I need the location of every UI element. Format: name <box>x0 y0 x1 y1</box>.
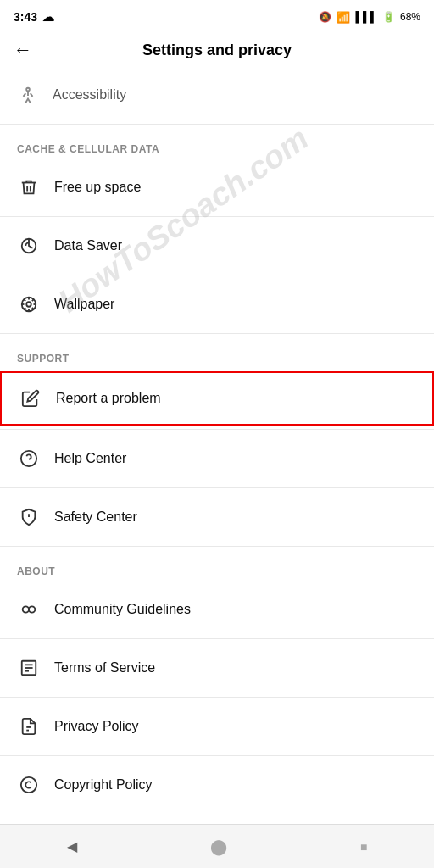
data-saver-label: Data Saver <box>54 238 122 253</box>
divider-section-2 <box>0 546 434 547</box>
safety-center-label: Safety Center <box>54 509 137 525</box>
svg-line-8 <box>24 299 25 301</box>
svg-point-16 <box>23 606 29 612</box>
menu-item-safety-center[interactable]: Safety Center <box>0 492 434 542</box>
header: ← Settings and privacy <box>0 31 434 70</box>
battery-icon: 🔋 <box>382 11 395 23</box>
section-support: SUPPORT Report a problem Help Center <box>0 337 434 542</box>
divider-section-1 <box>0 333 434 334</box>
shield-icon <box>17 505 41 529</box>
section-header-about: ABOUT <box>0 550 434 584</box>
accessibility-item[interactable]: Accessibility <box>0 70 434 120</box>
page-title: Settings and privacy <box>46 42 388 59</box>
bell-muted-icon: 🔕 <box>319 11 331 23</box>
nav-home-button[interactable]: ⬤ <box>190 831 248 863</box>
nav-square-button[interactable]: ■ <box>340 833 387 860</box>
help-icon <box>17 447 41 470</box>
battery-percent: 68% <box>400 11 420 23</box>
divider-4 <box>0 487 434 488</box>
svg-line-11 <box>24 308 25 309</box>
community-guidelines-label: Community Guidelines <box>54 602 191 617</box>
menu-item-community-guidelines[interactable]: Community Guidelines <box>0 584 434 635</box>
nav-back-button[interactable]: ◀ <box>47 832 97 861</box>
svg-point-3 <box>26 302 31 307</box>
status-bar: 3:43 ☁ 🔕 📶 ▌▌▌ 🔋 68% <box>0 0 434 31</box>
menu-item-wallpaper[interactable]: Wallpaper <box>0 279 434 330</box>
data-saver-icon <box>17 234 41 258</box>
divider-2 <box>0 275 434 275</box>
menu-item-copyright-policy[interactable]: Copyright Policy <box>0 760 434 810</box>
svg-line-10 <box>32 299 34 301</box>
free-up-space-label: Free up space <box>54 180 141 195</box>
section-about: ABOUT Community Guidelines Terms of Serv… <box>0 550 434 810</box>
privacy-icon <box>17 715 41 738</box>
help-center-label: Help Center <box>54 451 126 466</box>
menu-item-terms-of-service[interactable]: Terms of Service <box>0 643 434 693</box>
menu-item-report-problem[interactable]: Report a problem <box>0 371 434 426</box>
privacy-policy-label: Privacy Policy <box>54 719 139 734</box>
copyright-policy-label: Copyright Policy <box>54 777 153 793</box>
status-left: 3:43 ☁ <box>14 10 54 24</box>
pencil-icon <box>19 387 42 410</box>
divider-1 <box>0 216 434 217</box>
terms-icon <box>17 656 41 680</box>
divider-3 <box>0 429 434 430</box>
section-cache: CACHE & CELLULAR DATA Free up space Data… <box>0 128 434 330</box>
section-header-support: SUPPORT <box>0 337 434 371</box>
copyright-icon <box>17 773 41 797</box>
wallpaper-icon <box>17 292 41 316</box>
terms-of-service-label: Terms of Service <box>54 660 155 676</box>
report-problem-label: Report a problem <box>56 391 161 406</box>
bottom-nav: ◀ ⬤ ■ <box>0 824 434 868</box>
status-time: 3:43 <box>14 10 37 24</box>
svg-line-9 <box>32 308 34 309</box>
signal-icon: ▌▌▌ <box>355 11 377 23</box>
section-header-cache: CACHE & CELLULAR DATA <box>0 128 434 162</box>
wallpaper-label: Wallpaper <box>54 297 114 312</box>
svg-point-17 <box>29 606 35 612</box>
menu-item-privacy-policy[interactable]: Privacy Policy <box>0 701 434 752</box>
menu-item-help-center[interactable]: Help Center <box>0 433 434 484</box>
trash-icon <box>17 175 41 199</box>
menu-item-free-up-space[interactable]: Free up space <box>0 162 434 213</box>
svg-point-0 <box>26 88 30 92</box>
divider-7 <box>0 755 434 756</box>
community-icon <box>17 598 41 621</box>
back-button[interactable]: ← <box>14 39 32 61</box>
status-right: 🔕 📶 ▌▌▌ 🔋 68% <box>319 11 420 24</box>
divider-6 <box>0 697 434 698</box>
svg-point-24 <box>21 777 36 793</box>
accessibility-icon <box>17 84 39 106</box>
divider-5 <box>0 638 434 639</box>
cloud-icon: ☁ <box>42 10 54 24</box>
accessibility-label: Accessibility <box>53 87 126 103</box>
menu-item-data-saver[interactable]: Data Saver <box>0 220 434 271</box>
divider-top <box>0 124 434 125</box>
wifi-icon: 📶 <box>337 11 350 24</box>
